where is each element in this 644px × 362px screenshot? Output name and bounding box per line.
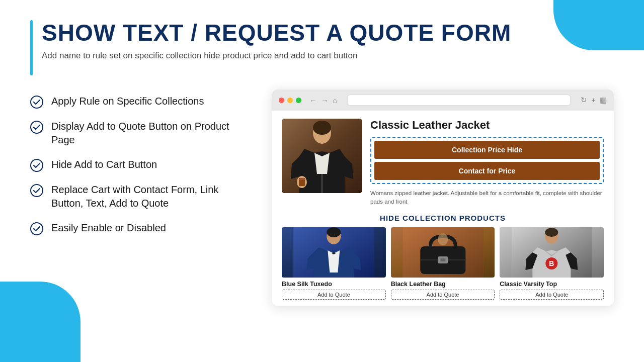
page-subtitle: Add name to rule set on specific collect… (42, 51, 511, 61)
browser-mockup: ← → ⌂ ↻ + ▦ (272, 89, 614, 306)
svg-point-24 (438, 233, 448, 245)
tuxedo-svg (282, 227, 386, 278)
svg-point-3 (31, 185, 43, 197)
svg-point-1 (31, 121, 43, 133)
dot-green[interactable] (296, 98, 301, 103)
svg-point-0 (31, 96, 43, 108)
plus-icon[interactable]: + (591, 96, 596, 105)
tuxedo-image (282, 227, 386, 278)
collection-item-bag: Black Leather Bag Add to Quote (391, 227, 495, 300)
product-description: Womans zipped leather jacket. Adjustable… (370, 189, 604, 207)
back-icon[interactable]: ← (309, 96, 317, 105)
varsity-svg: B (500, 227, 604, 278)
product-title: Classic Leather Jacket (370, 119, 604, 132)
feature-item-replace-cart: Replace Cart with Contact Form, Link But… (30, 183, 252, 210)
feature-item-hide-cart: Hide Add to Cart Button (30, 158, 252, 172)
svg-point-16 (327, 227, 341, 237)
check-icon-4 (30, 222, 43, 235)
feature-text-0: Apply Rule on Specific Collections (51, 95, 204, 108)
varsity-img-inner: B (500, 227, 604, 278)
bag-svg (391, 227, 495, 278)
varsity-name: Classic Varsity Top (500, 281, 604, 288)
svg-point-8 (313, 121, 331, 135)
dot-red[interactable] (279, 98, 284, 103)
feature-text-2: Hide Add to Cart Button (51, 158, 157, 171)
svg-text:B: B (549, 259, 554, 267)
header-text: SHOW TEXT / REQUEST A QUOTE FORM Add nam… (42, 20, 511, 61)
collection-price-hide-button[interactable]: Collection Price Hide (374, 141, 600, 159)
header-accent-bar (30, 20, 33, 75)
svg-point-2 (31, 159, 43, 171)
collection-item-tuxedo: Blue Silk Tuxedo Add to Quote (282, 227, 386, 300)
forward-icon[interactable]: → (321, 96, 329, 105)
svg-point-4 (31, 223, 43, 235)
varsity-add-to-quote-button[interactable]: Add to Quote (500, 290, 604, 300)
browser-nav: ← → ⌂ (309, 96, 337, 105)
dot-yellow[interactable] (287, 98, 293, 103)
copy-icon[interactable]: ▦ (600, 96, 607, 105)
bag-add-to-quote-button[interactable]: Add to Quote (391, 290, 495, 300)
product-section: Classic Leather Jacket Collection Price … (282, 119, 604, 207)
feature-text-3: Replace Cart with Contact Form, Link But… (51, 183, 252, 210)
tuxedo-img-inner (282, 227, 386, 278)
main-content: Apply Rule on Specific Collections Displ… (30, 89, 614, 306)
home-icon[interactable]: ⌂ (333, 96, 337, 105)
browser-actions: ↻ + ▦ (581, 96, 607, 105)
svg-rect-11 (299, 179, 305, 186)
browser-address-bar[interactable] (347, 95, 571, 106)
check-icon-3 (30, 184, 43, 197)
check-icon-1 (30, 121, 43, 134)
svg-rect-23 (440, 258, 445, 261)
product-buttons-box: Collection Price Hide Contact for Price (370, 137, 604, 184)
feature-text-1: Display Add to Quote Button on Product P… (51, 120, 252, 147)
contact-for-price-button[interactable]: Contact for Price (374, 162, 600, 180)
header: SHOW TEXT / REQUEST A QUOTE FORM Add nam… (30, 20, 614, 75)
page-title: SHOW TEXT / REQUEST A QUOTE FORM (42, 20, 511, 46)
tuxedo-name: Blue Silk Tuxedo (282, 281, 386, 288)
check-icon-2 (30, 159, 43, 172)
svg-rect-12 (299, 178, 305, 180)
varsity-image: B (500, 227, 604, 278)
browser-dots (279, 98, 301, 103)
feature-item-enable-disable: Easily Enable or Disabled (30, 221, 252, 235)
bag-image (391, 227, 495, 278)
feature-item-apply-rule: Apply Rule on Specific Collections (30, 95, 252, 109)
check-icon-0 (30, 96, 43, 109)
jacket-image (282, 119, 362, 193)
collection-section-title: HIDE COLLECTION PRODUCTS (282, 214, 604, 222)
features-list: Apply Rule on Specific Collections Displ… (30, 89, 252, 235)
browser-content: Classic Leather Jacket Collection Price … (272, 111, 614, 306)
feature-item-display-add: Display Add to Quote Button on Product P… (30, 120, 252, 147)
collection-grid: Blue Silk Tuxedo Add to Quote (282, 227, 604, 300)
feature-text-4: Easily Enable or Disabled (51, 221, 166, 235)
browser-toolbar: ← → ⌂ ↻ + ▦ (272, 89, 614, 111)
refresh-icon[interactable]: ↻ (581, 96, 587, 105)
tuxedo-add-to-quote-button[interactable]: Add to Quote (282, 290, 386, 300)
jacket-svg (282, 119, 362, 193)
bag-name: Black Leather Bag (391, 281, 495, 288)
svg-point-28 (545, 228, 558, 237)
collection-item-varsity: B Classic Varsity Top Add to Quote (500, 227, 604, 300)
product-info: Classic Leather Jacket Collection Price … (370, 119, 604, 207)
product-image (282, 119, 362, 193)
bag-img-inner (391, 227, 495, 278)
